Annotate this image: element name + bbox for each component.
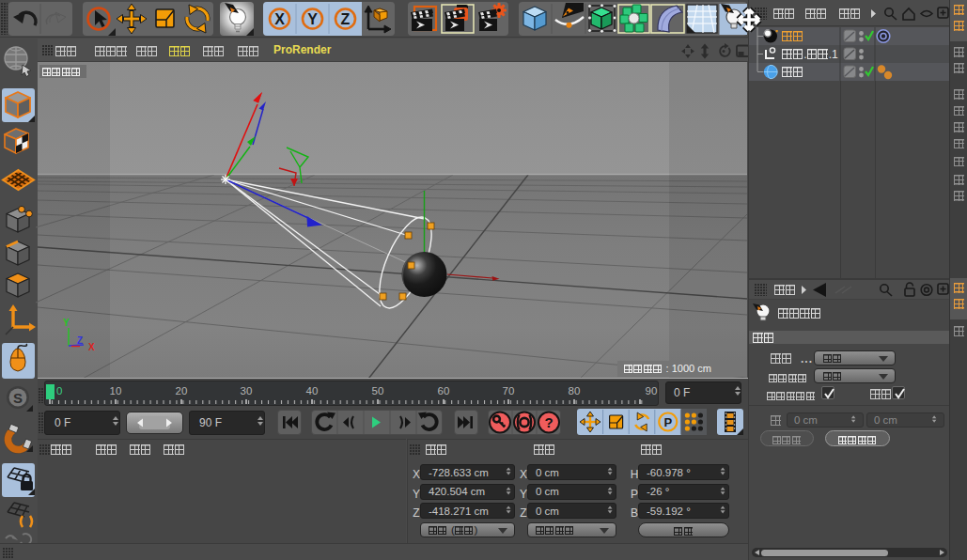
svg-text:10: 10 (110, 385, 122, 397)
svg-text:70: 70 (503, 385, 515, 397)
svg-text:P: P (663, 415, 672, 429)
svg-text:60: 60 (438, 385, 450, 397)
svg-text:0: 0 (56, 385, 62, 397)
svg-text:Y: Y (63, 318, 70, 328)
svg-text:20: 20 (176, 385, 188, 397)
svg-text:Z: Z (77, 335, 83, 346)
svg-text:90: 90 (646, 385, 658, 397)
svg-text:50: 50 (372, 385, 384, 397)
svg-text:Y: Y (307, 11, 318, 27)
svg-text:30: 30 (241, 385, 253, 397)
svg-text:?: ? (544, 414, 553, 430)
svg-text:X: X (274, 11, 285, 27)
svg-text:80: 80 (569, 385, 581, 397)
svg-text:40: 40 (306, 385, 319, 397)
svg-text:Z: Z (341, 11, 351, 27)
svg-text:S: S (13, 390, 23, 406)
svg-text:X: X (88, 342, 95, 352)
